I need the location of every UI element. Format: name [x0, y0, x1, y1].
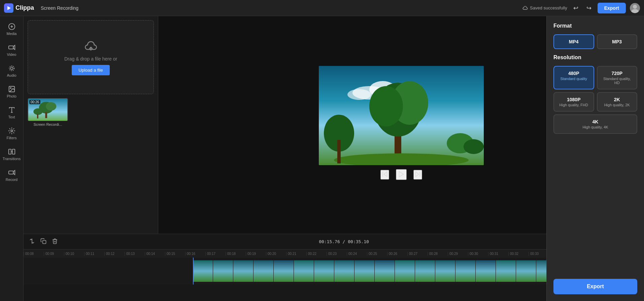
- skip-back-icon: [381, 171, 388, 178]
- export-panel: Format MP4 MP3 Resolution 480P Standard …: [546, 16, 644, 301]
- svg-point-29: [347, 89, 371, 100]
- filters-icon: [8, 127, 15, 135]
- play-icon: [398, 171, 405, 178]
- svg-point-38: [464, 139, 484, 154]
- strip-frame: [415, 260, 435, 282]
- trash-icon: [52, 238, 58, 244]
- sidebar-item-record[interactable]: Record: [1, 165, 22, 185]
- strip-frame: [233, 260, 253, 282]
- sidebar-item-video[interactable]: Video: [1, 40, 22, 60]
- res-2k-button[interactable]: 2K High quality, 2K: [597, 92, 638, 112]
- res-2k-name: 2K: [600, 97, 634, 102]
- media-panel: Drag & drop a file here or Upload a file: [24, 16, 158, 234]
- res-2k-desc: High quality, 2K: [600, 103, 634, 107]
- sidebar-label-video: Video: [7, 52, 16, 57]
- transitions-icon: [8, 148, 15, 155]
- svg-rect-6: [8, 46, 13, 49]
- audio-icon: [8, 65, 15, 72]
- strip-frame: [334, 260, 354, 282]
- sidebar-label-text: Text: [8, 115, 15, 119]
- res-720p-name: 720P: [600, 71, 634, 76]
- res-1080p-button[interactable]: 1080P High quality, FHD: [553, 92, 594, 112]
- svg-point-33: [369, 86, 403, 126]
- thumbnail-image: 00:26: [28, 98, 68, 121]
- res-480p-button[interactable]: 480P Standard quality: [553, 66, 594, 89]
- sidebar-label-transitions: Transitions: [3, 157, 21, 161]
- video-preview-frame: [319, 66, 484, 165]
- logo[interactable]: Clippa: [4, 3, 34, 13]
- res-720p-button[interactable]: 720P Standard quality, HD: [597, 66, 638, 89]
- sidebar-item-audio[interactable]: Audio: [1, 61, 22, 81]
- strip-frame: [375, 260, 395, 282]
- sidebar-item-media[interactable]: Media: [1, 20, 22, 39]
- record-icon: [8, 169, 15, 176]
- strip-frame: [354, 260, 375, 282]
- avatar[interactable]: [630, 3, 640, 13]
- app-title: Screen Recording: [41, 5, 78, 11]
- strip-frame: [476, 260, 496, 282]
- res-1080p-name: 1080P: [557, 97, 591, 102]
- media-thumbnail-item[interactable]: 00:26 Screen Recordi...: [28, 98, 154, 126]
- plus-circle-icon: [8, 23, 15, 30]
- export-top-button[interactable]: Export: [598, 3, 626, 13]
- svg-marker-7: [13, 45, 15, 50]
- svg-point-22: [46, 102, 56, 111]
- res-4k-button[interactable]: 4K High quality, 4K: [553, 114, 637, 134]
- cloud-icon: [522, 5, 528, 11]
- sidebar-label-photo: Photo: [7, 94, 16, 98]
- strip-frame: [294, 260, 314, 282]
- svg-rect-45: [43, 240, 46, 244]
- thumbnail-duration: 00:26: [29, 100, 40, 104]
- sidebar-item-photo[interactable]: Photo: [1, 82, 22, 102]
- delete-button[interactable]: [50, 237, 59, 247]
- svg-rect-16: [12, 149, 14, 154]
- svg-point-8: [10, 67, 13, 69]
- svg-marker-0: [7, 6, 11, 10]
- duplicate-button[interactable]: [39, 237, 48, 247]
- upload-file-button[interactable]: Upload a file: [72, 65, 109, 75]
- save-status: Saved successfully: [522, 5, 567, 11]
- topbar: Clippa Screen Recording Saved successful…: [0, 0, 644, 16]
- strip-frame: [314, 260, 334, 282]
- playback-controls: [376, 165, 426, 184]
- res-480p-name: 480P: [557, 71, 591, 76]
- sidebar-label-filters: Filters: [7, 136, 17, 140]
- upload-zone[interactable]: Drag & drop a file here or Upload a file: [28, 20, 154, 94]
- svg-marker-42: [415, 172, 418, 177]
- upload-text: Drag & drop a file here or: [64, 56, 117, 62]
- undo-button[interactable]: ↩: [571, 3, 580, 13]
- strip-frame: [435, 260, 455, 282]
- svg-rect-36: [337, 140, 341, 163]
- sidebar-item-transitions[interactable]: Transitions: [1, 145, 22, 164]
- strip-frame: [516, 260, 536, 282]
- next-button[interactable]: [413, 170, 422, 180]
- svg-marker-39: [384, 172, 387, 177]
- playhead: [193, 258, 194, 285]
- sidebar-item-filters[interactable]: Filters: [1, 124, 22, 143]
- svg-point-1: [633, 5, 637, 9]
- format-grid: MP4 MP3: [553, 34, 637, 49]
- current-time: 00:15.76: [319, 239, 340, 244]
- upload-cloud-icon: [84, 39, 98, 53]
- strip-frame: [213, 260, 233, 282]
- format-mp3-button[interactable]: MP3: [597, 34, 638, 49]
- svg-rect-25: [37, 114, 38, 119]
- sidebar-item-text[interactable]: Text: [1, 103, 22, 122]
- res-4k-desc: High quality, 4K: [557, 125, 634, 129]
- video-frame-graphic: [319, 66, 484, 165]
- duplicate-icon: [40, 238, 46, 244]
- svg-rect-18: [8, 171, 13, 174]
- time-display: 00:15.76 / 00:35.10: [319, 239, 369, 244]
- play-button[interactable]: [396, 169, 407, 180]
- thumbnail-label: Screen Recordi...: [28, 122, 68, 126]
- svg-point-14: [11, 130, 13, 132]
- export-panel-button[interactable]: Export: [553, 279, 637, 294]
- strip-frame: [193, 260, 213, 282]
- prev-button[interactable]: [380, 170, 389, 180]
- sidebar-label-record: Record: [6, 178, 18, 182]
- split-button[interactable]: [28, 237, 36, 247]
- svg-point-9: [9, 66, 14, 71]
- svg-marker-41: [399, 171, 403, 177]
- format-mp4-button[interactable]: MP4: [553, 34, 594, 49]
- redo-button[interactable]: ↪: [584, 3, 594, 13]
